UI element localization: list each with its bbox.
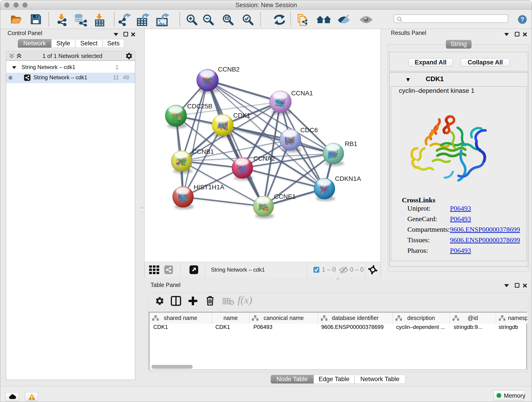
svg-text:CDKN1A: CDKN1A [335,175,361,182]
svg-text:CCNB1: CCNB1 [192,148,214,155]
svg-text:CCNA2: CCNA2 [253,155,275,162]
svg-text:RB1: RB1 [345,140,357,147]
svg-text:CDC6: CDC6 [300,127,318,134]
svg-text:?: ? [520,16,525,23]
svg-text:HIST1H1A: HIST1H1A [194,184,224,191]
svg-text:CDC25B: CDC25B [187,103,212,110]
svg-text:CCNA1: CCNA1 [291,89,313,97]
svg-text:CCNE1: CCNE1 [274,193,296,200]
svg-text:CDK1: CDK1 [233,112,250,119]
svg-text:CCNB2: CCNB2 [218,66,240,73]
